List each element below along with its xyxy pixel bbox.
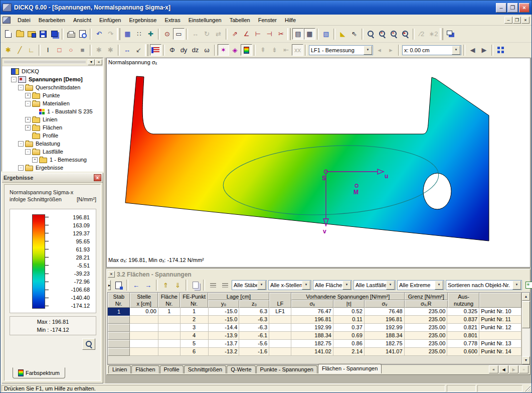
table-vertical-scrollbar[interactable]: ▲ ▼	[521, 293, 530, 364]
tree-item-punkte[interactable]: +Punkte	[2, 91, 103, 99]
filter-flaechen-arrow-icon[interactable]: ▼	[342, 281, 351, 290]
zoom-polygon-button[interactable]: ◣	[337, 28, 348, 40]
navigator-pin-button[interactable]: ▾	[88, 59, 95, 65]
next-x-button[interactable]: ▶	[478, 44, 490, 56]
menu-item-datei[interactable]: Datei	[14, 16, 35, 25]
tree-item-querschnittsdaten[interactable]: -Querschnittsdaten	[2, 83, 103, 91]
table-expand-button[interactable]: ▸	[108, 280, 111, 290]
work-window-layout-button[interactable]	[495, 44, 506, 56]
cell[interactable]	[130, 348, 158, 356]
profile-circle-button[interactable]: ○	[65, 44, 77, 56]
cell[interactable]: 235.00	[405, 324, 448, 332]
title-bar[interactable]: DICKQ 6.00 - [Spannungen, Normalspannung…	[1, 1, 531, 15]
filter-staebe-arrow-icon[interactable]: ▼	[257, 281, 266, 290]
cell[interactable]	[269, 348, 291, 356]
zoom-dynamic-button[interactable]: ▸	[400, 28, 411, 40]
tab-fl-chen[interactable]: Flächen	[131, 365, 159, 373]
menu-item-einstellungen[interactable]: Einstellungen	[185, 16, 226, 25]
cell[interactable]: -14.4	[209, 324, 240, 332]
result-dz-button[interactable]: dz	[190, 44, 201, 56]
cell[interactable]	[158, 340, 181, 348]
loadcase-select-arrow-icon[interactable]: ▼	[364, 46, 372, 55]
tree-item-1-bemessung[interactable]: +1 - Bemessung	[2, 156, 103, 164]
menu-item-tabellen[interactable]: Tabellen	[226, 16, 254, 25]
cell[interactable]: 0.600	[447, 348, 479, 356]
tree-item-linien[interactable]: +Linien	[2, 115, 103, 123]
new-file-button[interactable]	[3, 28, 14, 40]
cell[interactable]: 1	[158, 308, 181, 316]
new-polyline-button[interactable]: ∟	[26, 44, 37, 56]
prev-object-button[interactable]: ←	[130, 280, 142, 291]
tab-fl-chen-spannungen[interactable]: Flächen - Spannungen	[318, 364, 382, 373]
tree-item-belastung[interactable]: -Belastung	[2, 140, 103, 148]
first-tab-button[interactable]: «	[489, 365, 498, 373]
prev-x-button[interactable]: ◀	[467, 44, 478, 56]
jump-last-button[interactable]: ⇓	[172, 280, 184, 291]
result-omega-button[interactable]: ω	[201, 44, 213, 56]
cell[interactable]: 2	[181, 316, 209, 324]
tab-farbspektrum[interactable]: Farbspektrum	[13, 367, 65, 378]
minimize-button[interactable]: –	[496, 3, 506, 13]
edit-corner-button[interactable]: ∠	[241, 28, 252, 40]
table-properties-button[interactable]	[113, 280, 124, 291]
print-graphic-button[interactable]: ▧	[320, 28, 332, 40]
filter-sort-arrow-icon[interactable]: ▼	[512, 281, 521, 290]
collapse-icon[interactable]: -	[18, 85, 24, 90]
cell[interactable]	[269, 340, 291, 348]
expand-icon[interactable]: +	[25, 93, 31, 98]
save-all-button[interactable]	[49, 28, 60, 40]
expand-icon[interactable]: +	[32, 157, 38, 163]
result-trajectories-button[interactable]: ✶	[218, 44, 229, 56]
cell[interactable]	[158, 324, 181, 332]
expand-icon[interactable]: +	[25, 125, 31, 130]
cell[interactable]: 6.3	[239, 308, 269, 316]
cell[interactable]: -5.6	[239, 340, 269, 348]
cell[interactable]	[158, 332, 181, 340]
trim-line-button[interactable]: ⊣	[264, 28, 275, 40]
cell[interactable]: 188.34	[291, 332, 333, 340]
cell[interactable]: 0.86	[333, 340, 365, 348]
cell[interactable]	[269, 316, 291, 324]
cell[interactable]: 141.02	[291, 348, 333, 356]
cell[interactable]: 76.48	[365, 308, 405, 316]
row-header-cell[interactable]: 1	[108, 308, 130, 316]
filter-x-stellen-arrow-icon[interactable]: ▼	[302, 281, 310, 290]
filter-lastfaelle[interactable]: Alle Lastfälle▼	[353, 280, 396, 290]
tab-q-werte[interactable]: Q-Werte	[227, 365, 255, 373]
cell[interactable]: 235.00	[405, 340, 448, 348]
extend-line-button[interactable]: ⊢	[252, 28, 264, 40]
cell[interactable]: -6.1	[239, 332, 269, 340]
filter-x-stellen[interactable]: Alle x-Stellen▼	[268, 280, 311, 290]
cell[interactable]: 2.14	[333, 348, 365, 356]
collapse-icon[interactable]: -	[25, 101, 31, 106]
tree-item-profile[interactable]: Profile	[2, 132, 103, 140]
mdi-minimize-button[interactable]: –	[504, 17, 512, 24]
table-panel-toggle-button[interactable]: ▦	[304, 28, 315, 40]
cell[interactable]: 196.81	[291, 316, 333, 324]
profile-plate-button[interactable]: ■	[77, 44, 88, 56]
profile-i-button[interactable]: I	[42, 44, 54, 56]
tree-item-dickq[interactable]: DICKQ	[2, 67, 103, 75]
cell[interactable]	[269, 332, 291, 340]
table-close-button[interactable]: ×	[108, 271, 115, 278]
cell[interactable]: 0.821	[447, 324, 479, 332]
x-position-select[interactable]: x: 0.00 cm▼	[402, 45, 461, 55]
cell[interactable]	[130, 324, 158, 332]
mdi-close-button[interactable]: ×	[521, 17, 529, 24]
print-button[interactable]	[65, 28, 77, 40]
cell[interactable]: -13.9	[209, 332, 240, 340]
cell[interactable]: 0.69	[333, 332, 365, 340]
cell[interactable]: 0.52	[333, 308, 365, 316]
cell[interactable]: 0.325	[447, 308, 479, 316]
collapse-icon[interactable]: -	[25, 149, 31, 155]
cell[interactable]: 3	[181, 324, 209, 332]
menu-item-bearbeiten[interactable]: Bearbeiten	[35, 16, 69, 25]
jump-first-button[interactable]: ⇑	[160, 280, 171, 291]
table-filter-new-window-button[interactable]	[523, 280, 532, 291]
tree-item-fl-chen[interactable]: +Flächen	[2, 123, 103, 132]
open-project-button[interactable]	[26, 28, 37, 40]
tab-linien[interactable]: Linien	[108, 365, 131, 373]
undo-button[interactable]: ↶	[93, 28, 105, 40]
cell[interactable]: -6.3	[239, 324, 269, 332]
filter-lastfaelle-arrow-icon[interactable]: ▼	[386, 281, 395, 290]
